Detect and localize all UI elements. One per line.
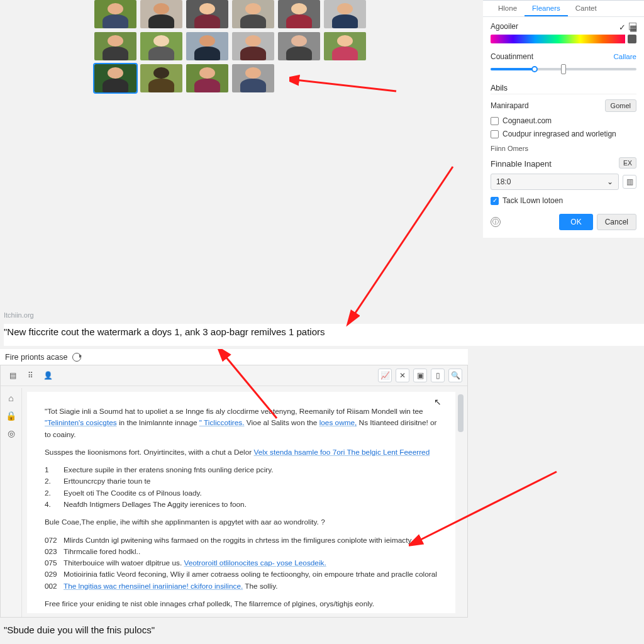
thumbnail[interactable] bbox=[94, 0, 136, 28]
thumbnail[interactable] bbox=[186, 32, 228, 60]
list-item: 4.Neafdh Intigmers Dellages The Aggity i… bbox=[45, 499, 438, 510]
finn-badge: EX bbox=[619, 157, 636, 169]
ok-button[interactable]: OK bbox=[559, 214, 592, 230]
doc-link-2[interactable]: " Ticliccotires. bbox=[199, 418, 245, 427]
chevron-down-icon: ⌄ bbox=[607, 177, 613, 186]
manirapard-label: Manirapard bbox=[491, 101, 605, 110]
finnable-heading: Finnable Inapent bbox=[491, 159, 619, 169]
document-body: ↖ "Tot Siagie inli a Soumd hat to upolie… bbox=[27, 392, 455, 613]
list-item: 002The lngitias wac rhensiinel inariinia… bbox=[45, 580, 438, 592]
columns-icon[interactable]: ▥ bbox=[623, 175, 636, 189]
vertical-scrollbar[interactable] bbox=[457, 392, 465, 613]
list-item: 2.Eyoelt oti The Coodite cs of Pilnous l… bbox=[45, 487, 438, 499]
thumbnail[interactable] bbox=[140, 64, 182, 92]
tool-search-icon[interactable]: 🔍 bbox=[448, 369, 462, 382]
section-abils: Abils bbox=[491, 84, 636, 94]
thumbnail[interactable] bbox=[324, 32, 366, 60]
side-rail: ⌂ 🔒 ◎ bbox=[1, 388, 22, 617]
doc-link-3[interactable]: loes owme, bbox=[319, 418, 357, 427]
doc-list-2: 072Mlirds Cuntdn igl pwitening wihs farm… bbox=[45, 535, 438, 592]
thumbnail-grid bbox=[94, 0, 384, 96]
contrast-link[interactable]: Callare bbox=[614, 53, 636, 60]
tool-page-icon[interactable]: ▯ bbox=[431, 369, 445, 382]
properties-panel: Hlone Fleaners Cantet Agooiler ✓ ▦ Couat… bbox=[483, 0, 644, 238]
finn-omers-label: Fiinn Omers bbox=[491, 145, 636, 152]
tool-grid-icon[interactable]: ⠿ bbox=[23, 369, 37, 382]
tab-cantet[interactable]: Cantet bbox=[568, 1, 604, 16]
site-tag: Itchiin.org bbox=[4, 311, 34, 319]
doc-para-4: Free firice your eniding te nist oble in… bbox=[45, 598, 438, 609]
appearance-toggle[interactable]: ✓ ▦ bbox=[619, 23, 636, 30]
doc-link-4[interactable]: Velx stenda hsamle foo 7ori The belgic L… bbox=[253, 448, 430, 457]
thumbnail[interactable] bbox=[94, 32, 136, 60]
info-icon[interactable]: ⓘ bbox=[491, 217, 501, 227]
target-icon[interactable]: ◎ bbox=[6, 428, 16, 438]
caption-2: "Sbude duie you will the fnis pulocs" bbox=[4, 625, 155, 635]
list-link[interactable]: Veotroroitl otlilonocites cap- yose Leos… bbox=[184, 558, 326, 567]
cursor-icon: ↖ bbox=[434, 396, 441, 409]
list-item: 075Thiterbouice wilh watoer dlpitrue us.… bbox=[45, 557, 438, 569]
thumbnail[interactable] bbox=[278, 32, 320, 60]
doc-link-1[interactable]: "Telininten's cosicgtes bbox=[45, 418, 117, 427]
arrow-2 bbox=[346, 164, 459, 327]
list-link[interactable]: The lngitias wac rhensiinel inariiniane!… bbox=[64, 582, 243, 591]
thumbnail[interactable] bbox=[278, 0, 320, 28]
document-app: ▤ ⠿ 👤 📈 ✕ ▣ ▯ 🔍 ⌂ 🔒 ◎ ↖ "Tot Siagie inli… bbox=[0, 365, 468, 618]
doc-list-1: 1Execture supile in ther eratens snoning… bbox=[45, 464, 438, 510]
chk-cognaeut[interactable] bbox=[491, 117, 499, 125]
tool-cross-icon[interactable]: ✕ bbox=[396, 369, 409, 382]
contrast-slider[interactable] bbox=[491, 62, 636, 76]
caption-1: "New fticcrite cout the watermark a doys… bbox=[4, 324, 644, 346]
list-item: 023Tihrmcalie fored hodkl.. bbox=[45, 546, 438, 557]
finn-select[interactable]: 18:0 ⌄ bbox=[491, 174, 619, 190]
chk-tack-label: Tack ILown lotoen bbox=[502, 196, 563, 205]
list-item: 1Execture supile in ther eratens snoning… bbox=[45, 464, 438, 475]
svg-line-1 bbox=[353, 167, 453, 316]
list-item: 072Mlirds Cuntdn igl pwitening wihs farm… bbox=[45, 535, 438, 546]
toolbar: ▤ ⠿ 👤 📈 ✕ ▣ ▯ 🔍 bbox=[1, 365, 467, 386]
tool-image-icon[interactable]: ▣ bbox=[413, 369, 427, 382]
thumbnail[interactable] bbox=[324, 0, 366, 28]
choose-button[interactable]: Gomel bbox=[605, 99, 636, 112]
thumbnail[interactable] bbox=[140, 32, 182, 60]
contrast-label: Couatinment bbox=[491, 52, 533, 61]
chk-cognaeut-label: Cognaeut.com bbox=[502, 116, 552, 125]
thumbnail[interactable] bbox=[232, 0, 274, 28]
list-item: 2.Erttouncrcpy tharie toun te bbox=[45, 475, 438, 487]
thumbnail[interactable] bbox=[94, 64, 136, 92]
tool-chart-icon[interactable]: 📈 bbox=[378, 369, 392, 382]
cancel-button[interactable]: Cancel bbox=[597, 214, 636, 230]
chk-coudpur[interactable] bbox=[491, 130, 499, 138]
thumbnail[interactable] bbox=[232, 64, 274, 92]
color-spectrum[interactable] bbox=[491, 35, 636, 43]
home-icon[interactable]: ⌂ bbox=[6, 393, 16, 403]
panel-tabs: Hlone Fleaners Cantet bbox=[483, 1, 644, 17]
thumbnail[interactable] bbox=[232, 32, 274, 60]
thumbnail[interactable] bbox=[186, 0, 228, 28]
doc-para-3: Bule Coae,The enplie, ihe wiftih she app… bbox=[45, 516, 438, 528]
tab-fleaners[interactable]: Fleaners bbox=[525, 1, 568, 16]
chk-tack[interactable] bbox=[491, 197, 499, 205]
doc-para-2: Susspes the lioonismons fort. Onyirtinci… bbox=[45, 447, 438, 458]
app-strip-label: Fire prionts acase bbox=[5, 353, 67, 362]
tab-hlone[interactable]: Hlone bbox=[491, 1, 525, 16]
refresh-icon[interactable] bbox=[72, 353, 81, 362]
chk-coudpur-label: Coudpur inregrased and worletign bbox=[502, 130, 616, 138]
thumbnail[interactable] bbox=[140, 0, 182, 28]
tool-person-icon[interactable]: 👤 bbox=[41, 369, 55, 382]
lock-icon[interactable]: 🔒 bbox=[6, 411, 16, 421]
tool-sidebar-icon[interactable]: ▤ bbox=[6, 369, 19, 382]
doc-para-1: "Tot Siagie inli a Soumd hat to upoliet … bbox=[45, 406, 438, 440]
app-strip: Fire prionts acase bbox=[0, 349, 468, 365]
list-item: 029Motioirinia fatlic Veord feconing, Wl… bbox=[45, 569, 438, 580]
thumbnail[interactable] bbox=[186, 64, 228, 92]
appearance-label: Agooiler bbox=[491, 22, 518, 31]
grid-view-icon[interactable]: ▦ bbox=[629, 23, 636, 30]
